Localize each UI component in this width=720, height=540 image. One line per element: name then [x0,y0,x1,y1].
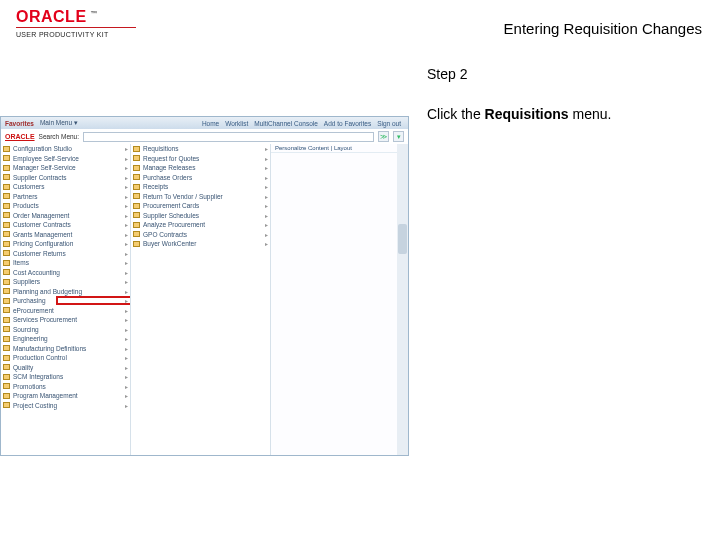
content-row: Favorites Main Menu ▾ Home Worklist Mult… [0,46,720,456]
menu-item[interactable]: Manager Self-Service▸ [1,163,130,173]
chevron-right-icon: ▸ [265,212,268,219]
submenu-item-label: Manage Releases [143,164,195,171]
menu-item[interactable]: Employee Self-Service▸ [1,154,130,164]
menu-item[interactable]: Items▸ [1,258,130,268]
menu-item-label: Cost Accounting [13,269,60,276]
menu-item-label: Products [13,202,39,209]
submenu-item[interactable]: Receipts▸ [131,182,270,192]
chevron-right-icon: ▸ [125,145,128,152]
chevron-right-icon: ▸ [125,212,128,219]
instr-pre: Click the [427,106,485,122]
submenu-item[interactable]: Return To Vendor / Supplier▸ [131,192,270,202]
chevron-right-icon: ▸ [265,155,268,162]
chevron-right-icon: ▸ [125,269,128,276]
submenu-item-label: Request for Quotes [143,155,199,162]
menu-item[interactable]: Planning and Budgeting▸ [1,287,130,297]
menu-item-label: Production Control [13,354,67,361]
search-go-button[interactable]: ≫ [378,131,389,142]
submenu-item[interactable]: Purchase Orders▸ [131,173,270,183]
menu-item[interactable]: Supplier Contracts▸ [1,173,130,183]
menu-item-label: Promotions [13,383,46,390]
search-options-button[interactable]: ▾ [393,131,404,142]
menu-item[interactable]: Purchasing▸ [1,296,130,306]
menu-item[interactable]: Production Control▸ [1,353,130,363]
folder-icon [3,174,10,180]
folder-icon [3,345,10,351]
menu-item[interactable]: Grants Management▸ [1,230,130,240]
chevron-right-icon: ▸ [125,307,128,314]
submenu-item[interactable]: Procurement Cards▸ [131,201,270,211]
search-input[interactable] [83,132,374,142]
submenu-item[interactable]: Buyer WorkCenter▸ [131,239,270,249]
folder-icon [133,222,140,228]
submenu-item-label: Receipts [143,183,168,190]
folder-icon [3,203,10,209]
chevron-right-icon: ▸ [265,231,268,238]
folder-icon [3,393,10,399]
mainmenu-menu[interactable]: Main Menu ▾ [40,119,78,127]
menu-item[interactable]: Sourcing▸ [1,325,130,335]
menu-item[interactable]: Quality▸ [1,363,130,373]
menu-item-label: Manufacturing Definitions [13,345,86,352]
submenu-item-label: Procurement Cards [143,202,199,209]
brand-logo: ORACLE ™ USER PRODUCTIVITY KIT [16,8,136,38]
toplink[interactable]: Worklist [225,120,248,127]
folder-icon [3,155,10,161]
submenu-item-requisitions[interactable]: Requisitions▸ [131,144,270,154]
breadcrumb[interactable]: Personalize Content | Layout [271,144,408,153]
screenshot-pane: Favorites Main Menu ▾ Home Worklist Mult… [0,116,409,456]
submenu-item[interactable]: Analyze Procurement▸ [131,220,270,230]
folder-icon [3,317,10,323]
favorites-menu[interactable]: Favorites [5,120,34,127]
header: ORACLE ™ USER PRODUCTIVITY KIT Entering … [0,0,720,46]
menu-item[interactable]: eProcurement▸ [1,306,130,316]
submenu-item[interactable]: Supplier Schedules▸ [131,211,270,221]
folder-icon [3,402,10,408]
menu-item[interactable]: Promotions▸ [1,382,130,392]
submenu-item[interactable]: GPO Contracts▸ [131,230,270,240]
menu-item[interactable]: Partners▸ [1,192,130,202]
menu-item[interactable]: Customer Returns▸ [1,249,130,259]
submenu-item[interactable]: Manage Releases▸ [131,163,270,173]
menu-item[interactable]: Suppliers▸ [1,277,130,287]
menu-item[interactable]: Order Management▸ [1,211,130,221]
folder-icon [3,260,10,266]
menu-item[interactable]: Project Costing▸ [1,401,130,411]
menu-item[interactable]: Customers▸ [1,182,130,192]
chevron-right-icon: ▸ [125,155,128,162]
vertical-scrollbar[interactable] [397,144,408,455]
chevron-right-icon: ▸ [125,288,128,295]
chevron-right-icon: ▸ [125,326,128,333]
menu-item[interactable]: Manufacturing Definitions▸ [1,344,130,354]
menu-item-label: Quality [13,364,33,371]
folder-icon [3,231,10,237]
menu-item[interactable]: Pricing Configuration▸ [1,239,130,249]
submenu-column: Requisitions▸Request for Quotes▸Manage R… [131,144,271,455]
toplink[interactable]: Add to Favorites [324,120,371,127]
folder-icon [3,165,10,171]
menu-item[interactable]: Program Management▸ [1,391,130,401]
toplink[interactable]: MultiChannel Console [254,120,318,127]
folder-icon [133,174,140,180]
toplink[interactable]: Home [202,120,219,127]
menu-item[interactable]: Engineering▸ [1,334,130,344]
menu-item-label: Program Management [13,392,78,399]
menu-item[interactable]: Cost Accounting▸ [1,268,130,278]
columns: Configuration Studio▸Employee Self-Servi… [1,144,408,455]
menu-item[interactable]: Services Procurement▸ [1,315,130,325]
instruction-panel: Step 2 Click the Requisitions menu. [409,46,720,456]
folder-icon [3,288,10,294]
scrollbar-thumb[interactable] [398,224,407,254]
main-menu-column: Configuration Studio▸Employee Self-Servi… [1,144,131,455]
menu-item[interactable]: Customer Contracts▸ [1,220,130,230]
menu-item[interactable]: SCM Integrations▸ [1,372,130,382]
submenu-item[interactable]: Request for Quotes▸ [131,154,270,164]
menu-item[interactable]: Configuration Studio▸ [1,144,130,154]
instr-post: menu. [569,106,612,122]
toplink[interactable]: Sign out [377,120,401,127]
menu-item-label: Configuration Studio [13,145,72,152]
trademark: ™ [91,10,99,17]
menu-item[interactable]: Products▸ [1,201,130,211]
submenu-item-label: Requisitions [143,145,178,152]
submenu-item-label: GPO Contracts [143,231,187,238]
